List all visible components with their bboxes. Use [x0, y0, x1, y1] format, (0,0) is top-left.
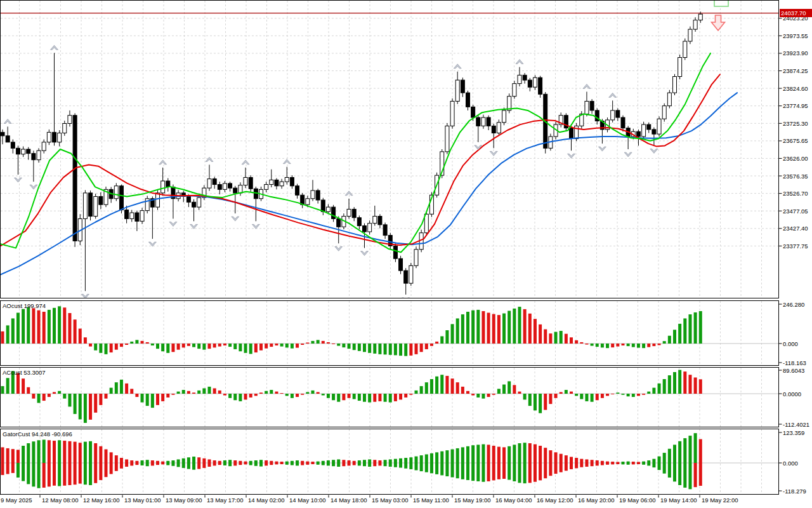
histogram-bar	[135, 461, 138, 463]
histogram-bar	[678, 324, 681, 344]
histogram-bar	[125, 463, 128, 467]
histogram-bar	[611, 344, 614, 347]
histogram-bar	[513, 309, 516, 344]
histogram-bar	[223, 460, 226, 463]
buy-square-icon[interactable]	[714, 0, 728, 6]
histogram-bar	[539, 394, 542, 413]
histogram-bar	[591, 460, 594, 463]
histogram-bar	[280, 462, 284, 463]
histogram-bar	[508, 311, 511, 344]
histogram-bar	[63, 307, 66, 344]
gator-axis-label: 123.359	[783, 429, 804, 436]
histogram-bar	[580, 342, 583, 344]
histogram-bar	[373, 460, 376, 463]
histogram-bar	[544, 448, 547, 463]
histogram-bar	[534, 394, 537, 410]
histogram-bar	[399, 458, 402, 463]
histogram-bar	[492, 314, 495, 344]
histogram-bar	[373, 463, 376, 466]
histogram-bar	[265, 344, 268, 349]
histogram-bar	[394, 344, 397, 355]
histogram-bar	[306, 342, 309, 344]
price-axis-label: 23427.40	[783, 225, 808, 232]
histogram-bar	[678, 370, 681, 394]
histogram-bar	[79, 329, 82, 344]
histogram-bar	[11, 463, 15, 473]
histogram-bar	[523, 309, 527, 344]
histogram-bar	[291, 344, 294, 349]
histogram-bar	[632, 462, 635, 463]
histogram-bar	[622, 463, 625, 464]
histogram-bar	[688, 463, 691, 489]
histogram-bar	[554, 463, 558, 474]
histogram-bar	[409, 463, 412, 469]
histogram-bar	[161, 344, 164, 351]
histogram-bar	[497, 447, 501, 463]
histogram-bar	[48, 463, 51, 486]
histogram-bar	[451, 463, 454, 478]
histogram-bar	[6, 463, 10, 474]
histogram-bar	[79, 463, 82, 484]
histogram-bar	[348, 460, 351, 463]
price-axis-label: 23923.90	[783, 50, 808, 57]
histogram-bar	[43, 463, 46, 488]
time-axis-label: 16 May 20:00	[578, 497, 615, 504]
histogram-bar	[27, 387, 30, 394]
histogram-bar	[218, 461, 221, 463]
histogram-bar	[1, 386, 4, 394]
histogram-bar	[322, 394, 325, 396]
histogram-bar	[683, 463, 686, 488]
histogram-bar	[280, 344, 284, 347]
histogram-bar	[161, 463, 164, 464]
histogram-bar	[627, 463, 630, 465]
histogram-bar	[678, 463, 681, 485]
histogram-bar	[549, 394, 552, 404]
ac-axis-label: 0.0000	[783, 391, 801, 398]
histogram-bar	[94, 344, 97, 351]
histogram-bar	[244, 463, 247, 464]
histogram-bar	[466, 463, 469, 480]
time-axis-label: 12 May 16:00	[83, 497, 120, 504]
histogram-bar	[285, 344, 289, 347]
histogram-bar	[492, 446, 495, 463]
histogram-bar	[151, 460, 154, 463]
histogram-bar	[342, 463, 345, 466]
histogram-bar	[353, 463, 356, 465]
price-axis-label: 23626.00	[783, 155, 808, 162]
histogram-bar	[265, 391, 268, 394]
histogram-bar	[440, 337, 443, 344]
histogram-bar	[306, 392, 309, 394]
histogram-bar	[115, 455, 118, 463]
time-axis-label: 14 May 10:00	[289, 497, 326, 504]
histogram-bar	[353, 394, 356, 399]
histogram-bar	[32, 441, 35, 463]
histogram-bar	[270, 463, 273, 465]
histogram-bar	[632, 344, 635, 347]
histogram-bar	[487, 444, 490, 463]
histogram-bar	[16, 313, 20, 344]
chart-canvas[interactable]: 24023.2023973.5523923.9023874.2523824.60…	[0, 0, 812, 508]
histogram-bar	[213, 388, 216, 394]
histogram-bar	[22, 378, 25, 394]
histogram-bar	[48, 310, 51, 344]
histogram-bar	[384, 463, 387, 466]
histogram-bar	[311, 463, 315, 464]
histogram-bar	[74, 319, 77, 344]
trading-chart-window: 24023.2023973.5523923.9023874.2523824.60…	[0, 0, 812, 508]
histogram-bar	[228, 394, 232, 398]
histogram-bar	[244, 462, 247, 463]
histogram-bar	[560, 331, 563, 344]
histogram-bar	[43, 394, 46, 401]
histogram-bar	[249, 461, 252, 463]
histogram-bar	[549, 463, 552, 476]
histogram-bar	[440, 451, 443, 463]
histogram-bar	[580, 463, 583, 467]
histogram-bar	[74, 463, 77, 485]
histogram-bar	[404, 344, 407, 356]
histogram-bar	[166, 394, 169, 398]
histogram-bar	[368, 463, 371, 467]
histogram-bar	[32, 394, 35, 399]
histogram-bar	[425, 463, 428, 472]
histogram-bar	[658, 463, 661, 470]
histogram-bar	[575, 458, 578, 463]
